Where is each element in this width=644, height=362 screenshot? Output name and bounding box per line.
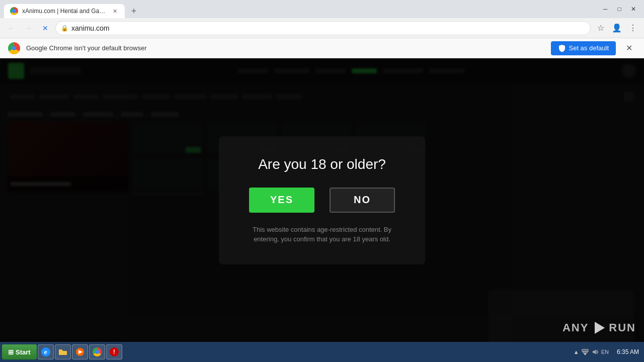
folder-icon: [58, 347, 67, 356]
modal-note-line1: This website contains age-restricted con…: [249, 225, 395, 235]
no-button[interactable]: NO: [330, 188, 395, 213]
start-label: Start: [16, 348, 31, 356]
more-icon: ⋮: [629, 23, 637, 33]
account-button[interactable]: 👤: [610, 21, 624, 35]
system-tray: ▲ EN: [570, 348, 613, 356]
language-indicator: EN: [601, 349, 609, 355]
reload-button[interactable]: ✕: [38, 21, 52, 35]
volume-icon[interactable]: [591, 348, 599, 356]
media-player-icon: [75, 347, 85, 356]
browser-window: xAnimu.com | Hentai and Gaming po ✕ + ─ …: [0, 0, 644, 362]
url-text: xanimu.com: [71, 24, 585, 32]
anyrun-watermark: ANY RUN: [562, 320, 636, 336]
svg-marker-0: [595, 322, 605, 334]
error-icon: !: [110, 347, 119, 356]
windows-flag-icon: ⊞: [8, 348, 14, 356]
forward-button[interactable]: →: [21, 21, 35, 35]
ie-icon: e: [41, 347, 50, 356]
taskbar: ⊞ Start e: [0, 342, 644, 362]
taskbar-media[interactable]: [72, 344, 88, 359]
lock-icon: 🔒: [61, 25, 68, 32]
modal-overlay: Are you 18 or older? YES NO This website…: [0, 58, 644, 342]
address-bar[interactable]: 🔒 xanimu.com: [55, 21, 591, 35]
anyrun-text: ANY: [562, 321, 589, 334]
toolbar: ← → ✕ 🔒 xanimu.com ☆ 👤 ⋮: [0, 18, 644, 38]
forward-icon: →: [25, 24, 32, 32]
tab-close-button[interactable]: ✕: [111, 7, 119, 15]
title-bar: xAnimu.com | Hentai and Gaming po ✕ + ─ …: [0, 0, 644, 18]
toolbar-right: ☆ 👤 ⋮: [594, 21, 640, 35]
anyrun-run-text: RUN: [609, 321, 636, 334]
back-button[interactable]: ←: [4, 21, 18, 35]
tab-favicon: [10, 7, 18, 15]
minimize-button[interactable]: ─: [599, 4, 612, 14]
start-button[interactable]: ⊞ Start: [2, 344, 37, 359]
chrome-logo: [8, 42, 20, 54]
tray-expand-button[interactable]: ▲: [574, 349, 579, 355]
network-icon[interactable]: [581, 348, 589, 356]
age-verification-modal: Are you 18 or older? YES NO This website…: [219, 136, 425, 264]
taskbar-chrome[interactable]: [89, 344, 105, 359]
taskbar-error[interactable]: !: [106, 344, 122, 359]
tab-area: xAnimu.com | Hentai and Gaming po ✕ +: [4, 0, 597, 18]
yes-button[interactable]: YES: [249, 188, 314, 213]
time-display: 6:35 AM: [617, 348, 639, 355]
info-message: Google Chrome isn't your default browser: [26, 44, 545, 52]
maximize-button[interactable]: □: [613, 4, 626, 14]
reload-icon: ✕: [42, 24, 48, 32]
shield-icon: [558, 44, 566, 52]
modal-buttons: YES NO: [249, 188, 395, 213]
close-icon: ✕: [626, 43, 632, 53]
info-bar: Google Chrome isn't your default browser…: [0, 38, 644, 58]
taskbar-ie[interactable]: e: [38, 344, 54, 359]
browser-tab[interactable]: xAnimu.com | Hentai and Gaming po ✕: [4, 4, 125, 18]
svg-rect-5: [582, 349, 588, 351]
new-tab-button[interactable]: +: [127, 4, 141, 18]
star-icon: ☆: [597, 23, 604, 33]
bookmark-button[interactable]: ☆: [594, 21, 608, 35]
svg-marker-6: [593, 349, 596, 354]
chrome-taskbar-icon: [93, 347, 102, 356]
clock: 6:35 AM: [614, 348, 642, 355]
back-icon: ←: [8, 24, 15, 32]
infobar-close-button[interactable]: ✕: [622, 41, 636, 55]
modal-title: Are you 18 or older?: [249, 156, 395, 172]
tab-title: xAnimu.com | Hentai and Gaming po: [22, 8, 107, 15]
set-default-button[interactable]: Set as default: [551, 41, 616, 55]
set-default-label: Set as default: [569, 44, 609, 52]
close-button[interactable]: ✕: [627, 4, 640, 14]
account-icon: 👤: [612, 23, 622, 33]
modal-note-line2: entering, you confirm that you are 18 ye…: [249, 234, 395, 244]
taskbar-folder[interactable]: [55, 344, 71, 359]
anyrun-logo-icon: [591, 320, 607, 336]
page-content: / / / /: [0, 58, 644, 342]
menu-button[interactable]: ⋮: [626, 21, 640, 35]
window-controls: ─ □ ✕: [599, 4, 640, 14]
